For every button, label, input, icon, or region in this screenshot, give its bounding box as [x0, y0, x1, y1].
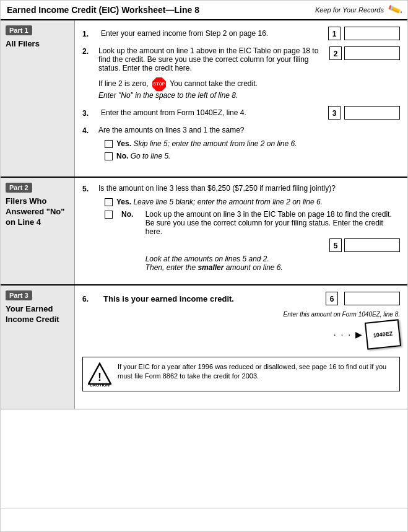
line1-num: 1.	[82, 30, 95, 38]
line3-label: 3	[328, 106, 341, 120]
line5-note-b2: smaller	[197, 263, 224, 272]
header-right: Keep for Your Records ✏️	[315, 3, 401, 17]
line4-no-note: Go to line 5.	[131, 152, 171, 160]
line5-yes-label: Yes.	[116, 198, 131, 206]
line3-row: 3. Enter the amount from Form 1040EZ, li…	[82, 106, 400, 120]
line5-yes-note: Leave line 5 blank; enter the amount fro…	[133, 198, 323, 206]
line5-yes-checkbox[interactable]	[105, 198, 113, 206]
part3-section: Part 3 Your Earned Income Credit 6. This…	[1, 286, 407, 409]
line5-no-body: Look up the amount on line 3 in the EIC …	[145, 210, 400, 272]
part3-title-line1: Your Earned	[6, 304, 53, 313]
line4-no-row: No. Go to line 5.	[105, 152, 400, 160]
stop-sign: STOP	[152, 77, 166, 91]
line4-text: Are the amounts on lines 3 and 1 the sam…	[98, 126, 400, 134]
line1-text: Enter your earned income from Step 2 on …	[101, 29, 326, 38]
line5-text: Is the amount on line 3 less than $6,250…	[98, 184, 400, 193]
line4-no-checkbox[interactable]	[105, 152, 113, 160]
line5-note-b: Then, enter the smaller amount on line 6…	[145, 263, 400, 272]
page-header: Earned Income Credit (EIC) Worksheet—Lin…	[1, 1, 407, 20]
part3-badge: Part 3	[6, 290, 32, 300]
line6-note-block: Enter this amount on Form 1040EZ, line 8…	[284, 310, 400, 348]
line2-input[interactable]	[344, 46, 400, 60]
line1-input[interactable]	[344, 27, 400, 40]
line4-num: 4.	[82, 126, 95, 135]
bottom-space	[1, 409, 407, 508]
form-1040ez-card: 1040EZ	[365, 319, 401, 350]
line5-note-b-text: Then, enter the	[145, 263, 196, 272]
line5-no-block: No. Look up the amount on line 3 in the …	[105, 210, 400, 272]
line5-label: 5	[329, 238, 342, 252]
part2-section: Part 2 Filers Who Answered "No" on Line …	[1, 178, 407, 286]
line4-body: Are the amounts on lines 3 and 1 the sam…	[98, 126, 400, 164]
line2-label: 2	[329, 46, 342, 60]
part3-content: 6. This is your earned income credit. 6 …	[75, 286, 407, 409]
svg-text:!: !	[98, 371, 102, 383]
line2-cannot-text: You cannot take the credit.	[170, 79, 258, 88]
line2-num: 2.	[82, 47, 95, 56]
line4-yes-checkbox[interactable]	[105, 140, 113, 148]
line3-text: Enter the amount from Form 1040EZ, line …	[101, 108, 326, 117]
part1-badge: Part 1	[6, 25, 32, 35]
dotted-arrow: · · · ▶	[334, 329, 363, 339]
caution-text: If your EIC for a year after 1996 was re…	[118, 362, 394, 382]
line5-no-text: Look up the amount on line 3 in the EIC …	[145, 210, 392, 236]
part2-title: Filers Who Answered "No" on Line 4	[6, 196, 69, 228]
part2-badge: Part 2	[6, 183, 32, 193]
line2-body: Look up the amount on line 1 above in th…	[98, 46, 400, 100]
part3-title: Your Earned Income Credit	[6, 304, 69, 325]
line2-row: 2. Look up the amount on line 1 above in…	[82, 46, 400, 100]
line5-no-label: No.	[121, 210, 133, 219]
line4-row: 4. Are the amounts on lines 3 and 1 the …	[82, 126, 400, 164]
caution-box: ! CAUTION If your EIC for a year after 1…	[82, 357, 400, 391]
form-label: 1040EZ	[373, 330, 393, 338]
keep-note: Keep for Your Records	[315, 6, 384, 14]
arrow-form-row: · · · ▶ 1040EZ	[284, 321, 400, 348]
line5-row: 5. Is the amount on line 3 less than $6,…	[82, 184, 400, 272]
line2-stop-row: If line 2 is zero, STOP You cannot take …	[98, 77, 400, 91]
line5-num: 5.	[82, 185, 95, 193]
line6-text: This is your earned income credit.	[103, 294, 321, 303]
part2-content: 5. Is the amount on line 3 less than $6,…	[75, 178, 407, 284]
line5-no-checkbox[interactable]	[105, 211, 113, 219]
line5-note-a: Look at the amounts on lines 5 and 2.	[145, 255, 400, 263]
part3-title-line2: Income Credit	[6, 315, 59, 324]
line3-input[interactable]	[344, 106, 400, 120]
pencil-icon: ✏️	[385, 1, 404, 19]
line1-label: 1	[328, 27, 341, 40]
part3-sidebar: Part 3 Your Earned Income Credit	[1, 286, 75, 409]
line6-note: Enter this amount on Form 1040EZ, line 8…	[284, 310, 400, 318]
part1-sidebar: Part 1 All Filers	[1, 20, 75, 177]
line2-if-text: If line 2 is zero,	[98, 79, 149, 88]
line5-input[interactable]	[344, 238, 400, 252]
caution-icon: ! CAUTION	[88, 362, 111, 386]
line5-body: Is the amount on line 3 less than $6,250…	[98, 184, 400, 272]
part1-section: Part 1 All Filers 1. Enter your earned i…	[1, 20, 407, 178]
part1-title: All Filers	[6, 39, 69, 50]
line6-num: 6.	[82, 295, 95, 303]
line4-yes-row: Yes. Skip line 5; enter the amount from …	[105, 139, 400, 148]
part1-content: 1. Enter your earned income from Step 2 …	[75, 20, 407, 177]
line1-row: 1. Enter your earned income from Step 2 …	[82, 27, 400, 40]
page-title: Earned Income Credit (EIC) Worksheet—Lin…	[7, 5, 199, 15]
line2-italic-note: Enter "No" in the space to the left of l…	[98, 91, 400, 100]
part2-sidebar: Part 2 Filers Who Answered "No" on Line …	[1, 178, 75, 284]
line6-input[interactable]	[344, 292, 400, 305]
line4-yes-label: Yes.	[116, 139, 131, 148]
line5-yes-row: Yes. Leave line 5 blank; enter the amoun…	[105, 198, 400, 206]
line6-note-area: Enter this amount on Form 1040EZ, line 8…	[82, 310, 400, 348]
line4-yes-note: Skip line 5; enter the amount from line …	[133, 139, 297, 148]
line3-num: 3.	[82, 109, 95, 118]
line2-text: Look up the amount on line 1 above in th…	[98, 46, 324, 72]
line5-note-b3: amount on line 6.	[226, 263, 283, 272]
line4-no-label: No.	[116, 152, 128, 160]
line6-label: 6	[326, 292, 338, 305]
caution-label: CAUTION	[88, 383, 111, 387]
line6-row: 6. This is your earned income credit. 6	[82, 292, 400, 305]
